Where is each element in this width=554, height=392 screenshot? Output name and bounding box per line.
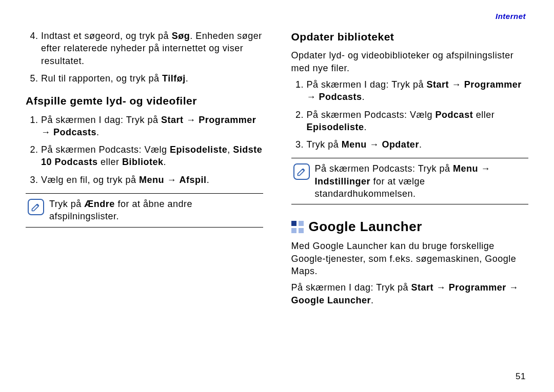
text: .	[186, 73, 189, 84]
note-icon	[293, 163, 310, 180]
text: .	[371, 295, 374, 305]
text: .	[207, 175, 210, 185]
bold-text: Indstillinger	[315, 176, 371, 187]
bold-text: Menu	[453, 163, 478, 174]
two-column-layout: Indtast et søgeord, og tryk på Søg. Enhe…	[26, 30, 528, 311]
text: På skærmen Podcasts: Tryk på	[315, 163, 453, 174]
bold-text: Bibliotek	[122, 157, 164, 167]
text: eller	[98, 157, 123, 167]
list-item: Vælg en fil, og tryk på Menu → Afspil.	[41, 174, 263, 186]
bold-text: Opdater	[382, 139, 419, 150]
ordered-list-continued: Indtast et søgeord, og tryk på Søg. Enhe…	[26, 30, 263, 85]
squares-icon	[291, 221, 304, 233]
bold-text: Søg	[172, 31, 190, 41]
arrow-icon: →	[478, 163, 490, 174]
page-number: 51	[516, 371, 526, 383]
arrow-icon: →	[307, 92, 319, 102]
list-item: Tryk på Menu → Opdater.	[307, 138, 529, 151]
list-item: På skærmen Podcasts: Vælg Podcast eller …	[307, 109, 529, 134]
bold-text: Podcast	[436, 110, 473, 120]
text: Tryk på	[307, 139, 342, 150]
bold-text: Menu	[139, 175, 164, 185]
bold-text: Episodeliste	[170, 145, 227, 155]
paragraph: Med Google Launcher kan du bruge forskel…	[291, 240, 529, 277]
text: eller	[473, 110, 494, 120]
paragraph: Opdater lyd- og videobiblioteker og afsp…	[291, 49, 529, 74]
arrow-icon: →	[367, 139, 382, 150]
subheading: Opdater biblioteket	[291, 30, 529, 44]
text: .	[362, 92, 365, 102]
text: .	[364, 122, 367, 132]
text: ,	[227, 145, 233, 155]
section-header: Internet	[496, 11, 526, 22]
bold-text: Programmer	[464, 79, 522, 90]
left-column: Indtast et søgeord, og tryk på Søg. Enhe…	[26, 30, 263, 311]
list-item: På skærmen I dag: Tryk på Start → Progra…	[307, 78, 529, 104]
arrow-icon: →	[433, 282, 449, 293]
list-item: På skærmen I dag: Tryk på Start → Progra…	[41, 114, 263, 139]
note-text: På skærmen Podcasts: Tryk på Menu → Inds…	[315, 162, 527, 200]
text: På skærmen Podcasts: Vælg	[41, 145, 170, 155]
section-heading: Google Launcher	[291, 218, 529, 236]
right-column: Opdater biblioteket Opdater lyd- og vide…	[291, 30, 529, 311]
arrow-icon: →	[184, 115, 199, 125]
text: På skærmen I dag: Tryk på	[41, 115, 161, 125]
ordered-list: På skærmen I dag: Tryk på Start → Progra…	[291, 78, 529, 151]
arrow-icon: →	[506, 282, 519, 293]
bold-text: Menu	[342, 139, 367, 150]
bold-text: Episodeliste	[307, 122, 364, 132]
bold-text: Start	[427, 79, 449, 90]
ordered-list: På skærmen I dag: Tryk på Start → Progra…	[26, 114, 263, 186]
bold-text: Podcasts	[53, 127, 96, 137]
bold-text: Programmer	[449, 282, 506, 293]
subheading: Afspille gemte lyd- og videofiler	[26, 94, 263, 108]
arrow-icon: →	[164, 175, 180, 185]
bold-text: Tilføj	[162, 73, 186, 84]
bold-text: Ændre	[84, 199, 115, 209]
paragraph: På skærmen I dag: Tryk på Start → Progra…	[291, 281, 529, 306]
list-item: Indtast et søgeord, og tryk på Søg. Enhe…	[41, 30, 263, 67]
bold-text: Afspil	[180, 175, 207, 185]
arrow-icon: →	[41, 127, 53, 137]
text: .	[96, 127, 100, 137]
text: På skærmen I dag: Tryk på	[307, 79, 427, 90]
list-item: Rul til rapporten, og tryk på Tilføj.	[41, 72, 263, 85]
text: Tryk på	[49, 199, 84, 209]
bold-text: Start	[161, 115, 184, 125]
note-box: Tryk på Ændre for at åbne andre afspilni…	[26, 193, 263, 228]
bold-text: Google Launcher	[291, 295, 371, 305]
note-icon	[28, 199, 44, 215]
note-box: På skærmen Podcasts: Tryk på Menu → Inds…	[291, 158, 529, 204]
bold-text: Start	[411, 282, 434, 293]
text: .	[419, 139, 422, 150]
text: .	[164, 157, 167, 167]
bold-text: Programmer	[199, 115, 256, 125]
arrow-icon: →	[449, 79, 464, 90]
text: Indtast et søgeord, og tryk på	[41, 31, 172, 41]
note-text: Tryk på Ændre for at åbne andre afspilni…	[49, 198, 261, 223]
text: På skærmen Podcasts: Vælg	[307, 110, 436, 120]
text: På skærmen I dag: Tryk på	[291, 282, 411, 293]
heading-text: Google Launcher	[309, 218, 422, 236]
bold-text: Podcasts	[319, 92, 362, 102]
text: Vælg en fil, og tryk på	[41, 175, 139, 185]
text: Rul til rapporten, og tryk på	[41, 73, 162, 84]
list-item: På skærmen Podcasts: Vælg Episodeliste, …	[41, 143, 263, 169]
